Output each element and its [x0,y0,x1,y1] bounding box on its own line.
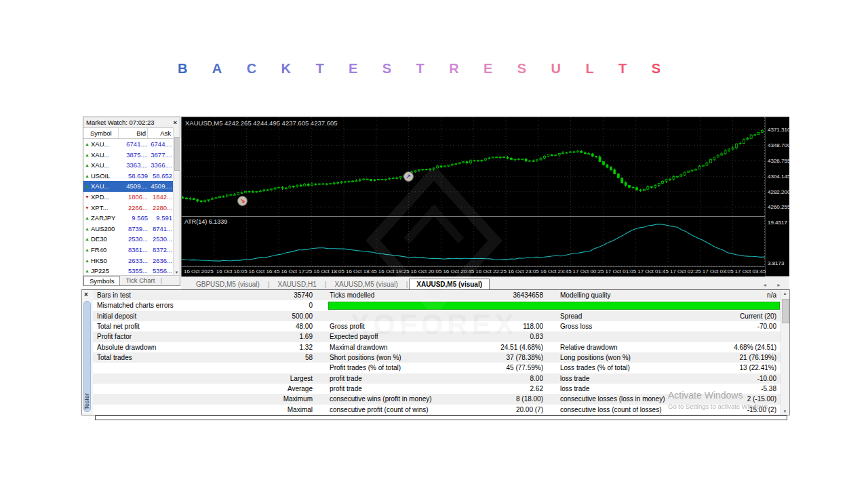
chart-tab-0[interactable]: GBPUSD,M5 (visual) [189,279,267,289]
stat-value-1: Average [195,384,313,394]
title-letter: B [178,61,187,77]
chart-tab-2[interactable]: XAUUSD,M5 (visual) [328,279,404,289]
market-watch-tab-symbols[interactable]: Symbols [83,276,120,285]
stat-value-2: 8 (18.00) [405,394,543,404]
chart-tab-bar: GBPUSD,M5 (visual)|XAUUSD,H1|XAUUSD,M5 (… [181,277,789,289]
symbol-name: FR40 [91,245,120,256]
stat-value-1: 35740 [195,290,313,300]
time-label: 16 Oct 23:45 [540,268,572,274]
scrollbar-thumb[interactable] [782,299,789,323]
stat-value-1 [195,363,313,373]
market-watch-row[interactable]: ▲ XAU... 3875.... 3877.... [83,150,180,161]
market-watch-row[interactable]: ▲ FR40 8361... 8372... [83,245,180,256]
tester-row: Maximum consecutive wins (profit in mone… [93,394,781,404]
bid-value: 4509.... [120,181,148,192]
direction-arrow-icon: ▲ [83,171,91,182]
scroll-down-icon[interactable]: ▼ [174,270,180,274]
atr-scale-label: 19.4517 [768,220,787,226]
title-letter: S [652,61,660,77]
candlestick-chart[interactable] [182,117,765,266]
column-symbol[interactable]: Symbol [83,128,119,138]
stat-value-1: Largest [195,373,313,384]
title-letter: E [349,61,357,77]
time-label: 16 Oct 17:25 [281,268,312,274]
market-watch-row[interactable]: ▲ ZARJPY 9.565 9.591 [83,213,180,224]
stat-value-1: 1.69 [195,331,313,342]
tester-row: Initial deposit 500.00 Spread Current (2… [93,311,781,321]
price-scale[interactable]: 4371.3104348.7004326.7554304.1454282.200… [765,117,789,276]
stat-value-3: -70.00 [620,321,776,331]
stat-value-2: 20.00 (7) [405,405,543,415]
chart-hscroll-arrows[interactable]: ◄ ► [762,283,785,287]
ask-value: 2280... [148,203,172,214]
title-letter: T [315,61,323,77]
title-letter: R [449,61,458,77]
title-letter: C [247,61,256,77]
tester-side-label: Tester [83,393,90,410]
direction-arrow-icon: ▲ [83,160,91,171]
tester-row: Bars in test 35740 Ticks modelled 364346… [93,290,781,300]
market-watch-row[interactable]: ▲ XAU... 3363.... 3366.... [83,160,180,171]
time-label: 16 Oct 16:45 [249,268,280,274]
tester-results-panel: × Tester Bars in test 35740 Ticks modell… [81,289,790,415]
ask-value: 1842... [148,192,172,203]
time-label: 17 Oct 02:25 [670,268,701,274]
market-watch-tab-tick-chart[interactable]: Tick Chart [120,276,160,285]
market-watch-row[interactable]: ▲ XAU... 4509.... 4509.... [83,181,180,192]
market-watch-row[interactable]: ▲ HK50 2633... 2636... [83,256,180,266]
symbol-name: DE30 [91,234,120,245]
market-watch-row[interactable]: ▲ XAU... 6741.... 6744.... [83,139,180,150]
direction-arrow-icon: ▲ [83,245,91,256]
ask-value: 8741... [148,224,172,235]
stat-value-2: 118.00 [405,321,543,331]
close-icon[interactable]: × [173,117,177,127]
scroll-up-icon[interactable]: ▲ [781,291,789,296]
modelling-quality-bar [328,302,780,309]
bid-value: 1806... [120,192,148,203]
tester-scrollbar[interactable]: ▲ ▼ [781,290,789,415]
market-watch-header: Symbol Bid Ask ▲ [83,128,180,139]
chart-window[interactable]: XAUUSD,M5 4242.265 4244.495 4237.605 423… [181,117,789,277]
price-label: 4348.700 [768,142,790,148]
column-bid[interactable]: Bid [119,128,148,138]
direction-arrow-icon: ▲ [83,181,91,192]
scroll-down-icon[interactable]: ▼ [781,409,789,413]
chart-tab-1[interactable]: XAUUSD,H1 [271,279,323,289]
stat-value-1: 48.00 [195,321,313,331]
market-watch-row[interactable]: ▲ AUS200 8739... 8741... [83,224,180,235]
column-ask[interactable]: Ask [148,128,172,138]
bid-value: 3363.... [120,160,148,171]
bid-value: 3875.... [120,150,148,161]
stat-value-2: 0.83 [405,331,543,342]
stat-value-1: 58 [195,352,313,363]
stat-value-1: 1.32 [195,342,313,352]
time-label: 17 Oct 03:05 [703,268,734,274]
tester-row: Largest profit trade 8.00 loss trade -10… [93,373,781,384]
tab-separator: | [267,279,271,289]
time-label: 16 Oct 18:45 [346,268,377,274]
close-icon[interactable]: × [84,291,88,298]
title-letter: E [484,61,492,77]
title-letter: S [382,61,391,77]
symbol-name: XAU... [91,160,120,171]
ask-value: 6744.... [148,139,172,150]
market-watch-title: Market Watch: 07:02:23 [86,117,155,127]
ask-value: 2530... [148,234,172,245]
market-watch-rows: ▲ XAU... 6741.... 6744.... ▲ XAU... 3875… [83,139,180,277]
market-watch-row[interactable]: ▼ XPT... 2266... 2280... [83,203,180,214]
direction-arrow-icon: ▲ [83,224,91,235]
ask-value: 8372... [148,245,172,256]
tester-side-tab[interactable]: Tester [83,301,91,412]
stat-value-2: 2.62 [405,384,543,394]
time-axis[interactable]: 16 Oct 202516 Oct 16:0516 Oct 16:4516 Oc… [182,266,765,277]
market-watch-row[interactable]: ▲ USOIL 58.639 58.652 [83,171,180,182]
market-watch-row[interactable]: ▼ XPD... 1806... 1842... [83,192,180,203]
ask-value: 4509.... [148,181,172,192]
chart-tab-3[interactable]: XAUUSD,M5 (visual) [409,279,490,289]
market-watch-panel: Market Watch: 07:02:23 × Symbol Bid Ask … [83,117,180,286]
market-watch-scrollbar[interactable]: ▼ [173,127,180,275]
tester-row: Total trades 58 Short positions (won %) … [93,352,781,363]
screen: BACKTESTRESULTS Market Watch: 07:02:23 ×… [0,0,868,488]
market-watch-row[interactable]: ▲ DE30 2530... 2530... [83,234,180,245]
scrollbar-thumb[interactable] [174,137,180,171]
